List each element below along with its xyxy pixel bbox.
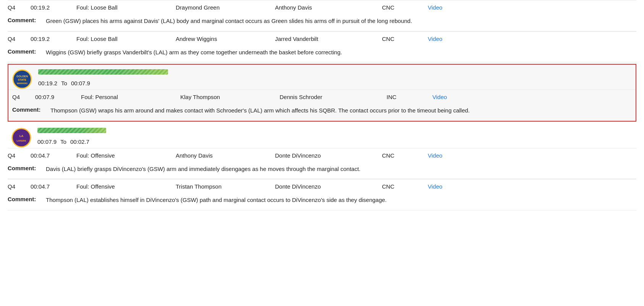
call-1: CNC [382, 4, 428, 11]
comment-label-1: Comment: [8, 17, 42, 26]
video-link-1[interactable]: Video [428, 4, 636, 11]
lal-logo: LA LAKERS [11, 128, 31, 148]
gsw-progress-row [38, 69, 632, 75]
video-link-5[interactable]: Video [428, 183, 636, 190]
svg-text:LAKERS: LAKERS [17, 140, 26, 142]
foul-1: Foul: Loose Ball [76, 4, 176, 11]
comment-text-2: Wiggins (GSW) briefly grasps Vanderbilt'… [46, 48, 342, 57]
call-4: CNC [382, 152, 428, 159]
comment-label-5: Comment: [8, 196, 42, 205]
comment-label-2: Comment: [8, 48, 42, 57]
lal-to-label: To [60, 138, 66, 145]
play-row-4: Q4 00:04.7 Foul: Offensive Anthony Davis… [8, 148, 636, 163]
comment-row-4: Comment: Davis (LAL) briefly grasps DiVi… [8, 163, 636, 179]
lal-time-range: 00:07.9 To 00:02.7 [37, 135, 633, 148]
foul-4: Foul: Offensive [76, 152, 176, 159]
svg-point-4 [12, 129, 31, 147]
comment-row-3: Comment: Thompson (GSW) wraps his arm ar… [8, 104, 636, 121]
play-row-3: Q4 00:07.9 Foul: Personal Klay Thompson … [8, 90, 636, 104]
comment-label-3: Comment: [12, 106, 47, 115]
gsw-time-from: 00:19.2 [38, 80, 57, 86]
lal-progress-row [37, 128, 633, 133]
quarter-4: Q4 [8, 152, 31, 159]
gsw-time-to: 00:07.9 [71, 80, 90, 86]
highlighted-section: GOLDEN STATE WARRIORS 00:19.2 To 00:07.9… [8, 64, 636, 122]
svg-text:STATE: STATE [18, 78, 26, 81]
foul-3: Foul: Personal [81, 94, 180, 100]
gsw-to-label: To [61, 80, 67, 86]
gsw-segment-inner: 00:19.2 To 00:07.9 [38, 69, 632, 90]
comment-text-1: Green (GSW) places his arms against Davi… [46, 17, 412, 26]
svg-text:WARRIORS: WARRIORS [17, 82, 28, 85]
comment-row-2: Comment: Wiggins (GSW) briefly grasps Va… [8, 46, 636, 63]
comment-row-5: Comment: Thompson (LAL) establishes hims… [8, 194, 636, 210]
call-2: CNC [382, 36, 428, 42]
comment-text-5: Thompson (LAL) establishes himself in Di… [46, 196, 387, 205]
lal-segment-header: LA LAKERS 00:07.9 To 00:02.7 [8, 123, 636, 148]
video-link-4[interactable]: Video [428, 152, 636, 159]
gsw-logo: GOLDEN STATE WARRIORS [12, 69, 32, 89]
play-row-1: Q4 00:19.2 Foul: Loose Ball Draymond Gre… [8, 0, 636, 15]
lal-progress-bar [37, 128, 106, 133]
foul-2: Foul: Loose Ball [76, 36, 176, 42]
time-1: 00:19.2 [31, 4, 76, 11]
video-link-3[interactable]: Video [432, 94, 632, 100]
player1-3: Klay Thompson [180, 94, 280, 100]
quarter-1: Q4 [8, 4, 31, 11]
quarter-2: Q4 [8, 36, 31, 42]
call-5: CNC [382, 183, 428, 190]
player1-5: Tristan Thompson [176, 183, 275, 190]
svg-text:GOLDEN: GOLDEN [16, 75, 28, 78]
gsw-progress-bar [38, 69, 168, 75]
video-link-2[interactable]: Video [428, 36, 636, 42]
player1-2: Andrew Wiggins [176, 36, 275, 42]
lal-segment-inner: 00:07.9 To 00:02.7 [37, 128, 633, 148]
gsw-segment-header: GOLDEN STATE WARRIORS 00:19.2 To 00:07.9 [8, 65, 636, 90]
time-3: 00:07.9 [35, 94, 81, 100]
player2-1: Anthony Davis [275, 4, 382, 11]
gsw-time-range: 00:19.2 To 00:07.9 [38, 77, 632, 90]
comment-label-4: Comment: [8, 165, 42, 174]
play-row-5: Q4 00:04.7 Foul: Offensive Tristan Thomp… [8, 179, 636, 194]
lal-time-to: 00:02.7 [70, 138, 89, 145]
time-5: 00:04.7 [31, 183, 76, 190]
comment-text-4: Davis (LAL) briefly grasps DiVincenzo's … [46, 165, 361, 174]
time-2: 00:19.2 [31, 36, 76, 42]
quarter-3: Q4 [12, 94, 35, 100]
play-row-2: Q4 00:19.2 Foul: Loose Ball Andrew Wiggi… [8, 31, 636, 46]
comment-row-1: Comment: Green (GSW) places his arms aga… [8, 15, 636, 31]
lal-time-from: 00:07.9 [37, 138, 57, 145]
quarter-5: Q4 [8, 183, 31, 190]
player2-3: Dennis Schroder [280, 94, 387, 100]
main-table: Q4 00:19.2 Foul: Loose Ball Draymond Gre… [0, 0, 644, 210]
player2-2: Jarred Vanderbilt [275, 36, 382, 42]
time-4: 00:04.7 [31, 152, 76, 159]
player1-1: Draymond Green [176, 4, 275, 11]
call-3: INC [387, 94, 432, 100]
svg-text:LA: LA [19, 134, 24, 138]
player2-4: Donte DiVincenzo [275, 152, 382, 159]
player1-4: Anthony Davis [176, 152, 275, 159]
foul-5: Foul: Offensive [76, 183, 176, 190]
player2-5: Donte DiVincenzo [275, 183, 382, 190]
comment-text-3: Thompson (GSW) wraps his arm around and … [50, 106, 470, 115]
